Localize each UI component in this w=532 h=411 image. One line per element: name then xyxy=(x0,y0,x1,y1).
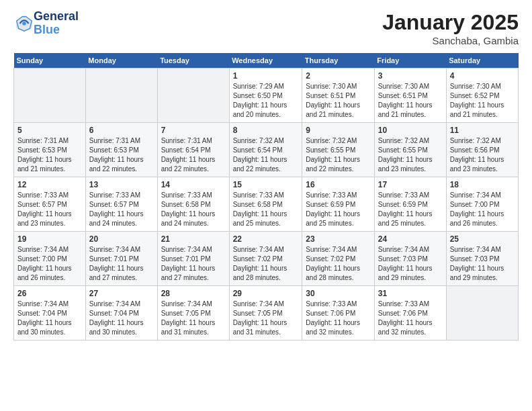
calendar-cell: 31Sunrise: 7:33 AMSunset: 7:06 PMDayligh… xyxy=(374,286,446,340)
cell-content: Sunrise: 7:31 AMSunset: 6:53 PMDaylight:… xyxy=(17,136,82,174)
week-row-1: 1Sunrise: 7:29 AMSunset: 6:50 PMDaylight… xyxy=(14,68,519,123)
logo-text: General Blue xyxy=(34,10,79,37)
cell-content: Sunrise: 7:33 AMSunset: 6:58 PMDaylight:… xyxy=(161,191,226,228)
calendar-cell: 28Sunrise: 7:34 AMSunset: 7:05 PMDayligh… xyxy=(157,286,229,340)
cell-content: Sunrise: 7:33 AMSunset: 7:06 PMDaylight:… xyxy=(306,300,371,337)
day-number: 28 xyxy=(161,289,226,298)
calendar-cell: 19Sunrise: 7:34 AMSunset: 7:00 PMDayligh… xyxy=(14,232,86,286)
weekday-header-monday: Monday xyxy=(85,53,157,68)
day-number: 12 xyxy=(17,180,82,189)
cell-content: Sunrise: 7:34 AMSunset: 7:00 PMDaylight:… xyxy=(17,245,82,283)
calendar-cell: 15Sunrise: 7:33 AMSunset: 6:58 PMDayligh… xyxy=(229,177,302,232)
calendar-cell xyxy=(14,68,86,123)
day-number: 26 xyxy=(17,289,82,298)
calendar-cell: 5Sunrise: 7:31 AMSunset: 6:53 PMDaylight… xyxy=(14,123,86,177)
day-number: 17 xyxy=(378,180,443,189)
calendar-cell: 10Sunrise: 7:32 AMSunset: 6:55 PMDayligh… xyxy=(374,123,446,177)
week-row-3: 12Sunrise: 7:33 AMSunset: 6:57 PMDayligh… xyxy=(14,177,519,232)
day-number: 5 xyxy=(17,126,82,135)
day-number: 20 xyxy=(89,234,154,244)
cell-content: Sunrise: 7:30 AMSunset: 6:51 PMDaylight:… xyxy=(378,82,443,120)
calendar-page: General Blue January 2025 Sanchaba, Gamb… xyxy=(0,0,532,411)
location: Sanchaba, Gambia xyxy=(382,35,519,46)
day-number: 27 xyxy=(89,289,154,298)
logo-icon xyxy=(15,14,34,33)
calendar-cell: 27Sunrise: 7:34 AMSunset: 7:04 PMDayligh… xyxy=(85,286,157,340)
weekday-header-sunday: Sunday xyxy=(14,53,86,68)
weekday-header-wednesday: Wednesday xyxy=(229,53,302,68)
day-number: 18 xyxy=(450,180,515,189)
calendar-cell xyxy=(446,286,518,340)
day-number: 1 xyxy=(233,71,299,81)
day-number: 7 xyxy=(161,126,226,135)
cell-content: Sunrise: 7:34 AMSunset: 7:01 PMDaylight:… xyxy=(161,245,226,283)
cell-content: Sunrise: 7:32 AMSunset: 6:56 PMDaylight:… xyxy=(450,136,515,174)
calendar-table: SundayMondayTuesdayWednesdayThursdayFrid… xyxy=(13,53,519,340)
day-number: 15 xyxy=(233,180,299,189)
day-number: 3 xyxy=(378,71,443,81)
calendar-cell xyxy=(85,68,157,123)
cell-content: Sunrise: 7:34 AMSunset: 7:00 PMDaylight:… xyxy=(450,191,515,228)
calendar-cell: 4Sunrise: 7:30 AMSunset: 6:52 PMDaylight… xyxy=(446,68,518,123)
svg-point-2 xyxy=(22,21,26,26)
calendar-cell: 29Sunrise: 7:34 AMSunset: 7:05 PMDayligh… xyxy=(229,286,302,340)
calendar-cell: 13Sunrise: 7:33 AMSunset: 6:57 PMDayligh… xyxy=(85,177,157,232)
weekday-header-friday: Friday xyxy=(374,53,446,68)
calendar-cell: 23Sunrise: 7:34 AMSunset: 7:02 PMDayligh… xyxy=(302,232,375,286)
calendar-cell: 8Sunrise: 7:32 AMSunset: 6:54 PMDaylight… xyxy=(229,123,302,177)
cell-content: Sunrise: 7:31 AMSunset: 6:53 PMDaylight:… xyxy=(89,136,154,174)
day-number: 25 xyxy=(450,234,515,244)
calendar-cell: 24Sunrise: 7:34 AMSunset: 7:03 PMDayligh… xyxy=(374,232,446,286)
title-block: January 2025 Sanchaba, Gambia xyxy=(382,10,519,46)
weekday-header-thursday: Thursday xyxy=(302,53,375,68)
cell-content: Sunrise: 7:34 AMSunset: 7:03 PMDaylight:… xyxy=(450,245,515,283)
week-row-2: 5Sunrise: 7:31 AMSunset: 6:53 PMDaylight… xyxy=(14,123,519,177)
cell-content: Sunrise: 7:32 AMSunset: 6:54 PMDaylight:… xyxy=(233,136,299,174)
calendar-cell: 12Sunrise: 7:33 AMSunset: 6:57 PMDayligh… xyxy=(14,177,86,232)
calendar-cell: 2Sunrise: 7:30 AMSunset: 6:51 PMDaylight… xyxy=(302,68,375,123)
calendar-cell: 11Sunrise: 7:32 AMSunset: 6:56 PMDayligh… xyxy=(446,123,518,177)
cell-content: Sunrise: 7:34 AMSunset: 7:05 PMDaylight:… xyxy=(161,300,226,337)
weekday-header-row: SundayMondayTuesdayWednesdayThursdayFrid… xyxy=(14,53,519,68)
cell-content: Sunrise: 7:29 AMSunset: 6:50 PMDaylight:… xyxy=(233,82,299,120)
cell-content: Sunrise: 7:32 AMSunset: 6:55 PMDaylight:… xyxy=(378,136,443,174)
day-number: 24 xyxy=(378,234,443,244)
day-number: 4 xyxy=(450,71,515,81)
day-number: 30 xyxy=(306,289,371,298)
cell-content: Sunrise: 7:34 AMSunset: 7:02 PMDaylight:… xyxy=(233,245,299,283)
weekday-header-tuesday: Tuesday xyxy=(157,53,229,68)
calendar-cell: 1Sunrise: 7:29 AMSunset: 6:50 PMDaylight… xyxy=(229,68,302,123)
header: General Blue January 2025 Sanchaba, Gamb… xyxy=(13,10,519,46)
day-number: 21 xyxy=(161,234,226,244)
day-number: 9 xyxy=(306,126,371,135)
day-number: 19 xyxy=(17,234,82,244)
day-number: 22 xyxy=(233,234,299,244)
day-number: 29 xyxy=(233,289,299,298)
day-number: 8 xyxy=(233,126,299,135)
month-title: January 2025 xyxy=(382,10,519,35)
day-number: 2 xyxy=(306,71,371,81)
day-number: 23 xyxy=(306,234,371,244)
cell-content: Sunrise: 7:34 AMSunset: 7:03 PMDaylight:… xyxy=(378,245,443,283)
calendar-cell: 30Sunrise: 7:33 AMSunset: 7:06 PMDayligh… xyxy=(302,286,375,340)
week-row-5: 26Sunrise: 7:34 AMSunset: 7:04 PMDayligh… xyxy=(14,286,519,340)
cell-content: Sunrise: 7:32 AMSunset: 6:55 PMDaylight:… xyxy=(306,136,371,174)
day-number: 10 xyxy=(378,126,443,135)
cell-content: Sunrise: 7:33 AMSunset: 6:59 PMDaylight:… xyxy=(378,191,443,228)
cell-content: Sunrise: 7:34 AMSunset: 7:05 PMDaylight:… xyxy=(233,300,299,337)
day-number: 16 xyxy=(306,180,371,189)
calendar-cell: 18Sunrise: 7:34 AMSunset: 7:00 PMDayligh… xyxy=(446,177,518,232)
calendar-cell: 14Sunrise: 7:33 AMSunset: 6:58 PMDayligh… xyxy=(157,177,229,232)
cell-content: Sunrise: 7:33 AMSunset: 7:06 PMDaylight:… xyxy=(378,300,443,337)
day-number: 14 xyxy=(161,180,226,189)
calendar-cell xyxy=(157,68,229,123)
calendar-cell: 9Sunrise: 7:32 AMSunset: 6:55 PMDaylight… xyxy=(302,123,375,177)
calendar-cell: 16Sunrise: 7:33 AMSunset: 6:59 PMDayligh… xyxy=(302,177,375,232)
calendar-cell: 21Sunrise: 7:34 AMSunset: 7:01 PMDayligh… xyxy=(157,232,229,286)
week-row-4: 19Sunrise: 7:34 AMSunset: 7:00 PMDayligh… xyxy=(14,232,519,286)
calendar-cell: 7Sunrise: 7:31 AMSunset: 6:54 PMDaylight… xyxy=(157,123,229,177)
cell-content: Sunrise: 7:33 AMSunset: 6:57 PMDaylight:… xyxy=(17,191,82,228)
cell-content: Sunrise: 7:34 AMSunset: 7:04 PMDaylight:… xyxy=(17,300,82,337)
cell-content: Sunrise: 7:34 AMSunset: 7:02 PMDaylight:… xyxy=(306,245,371,283)
cell-content: Sunrise: 7:31 AMSunset: 6:54 PMDaylight:… xyxy=(161,136,226,174)
